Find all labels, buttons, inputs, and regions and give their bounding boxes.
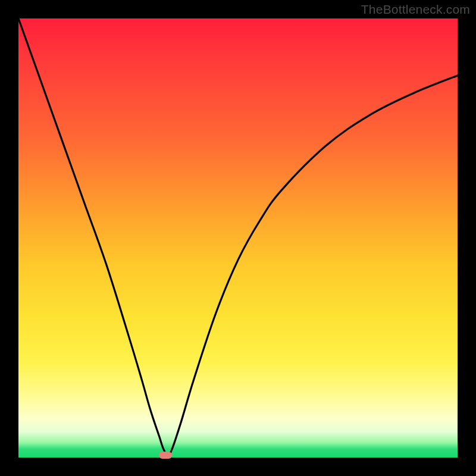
watermark-text: TheBottleneck.com	[361, 2, 470, 17]
chart-canvas: TheBottleneck.com	[0, 0, 476, 476]
bottleneck-curve	[18, 18, 458, 455]
plot-area	[18, 18, 458, 458]
curve-svg	[18, 18, 458, 458]
optimal-marker	[159, 452, 172, 459]
